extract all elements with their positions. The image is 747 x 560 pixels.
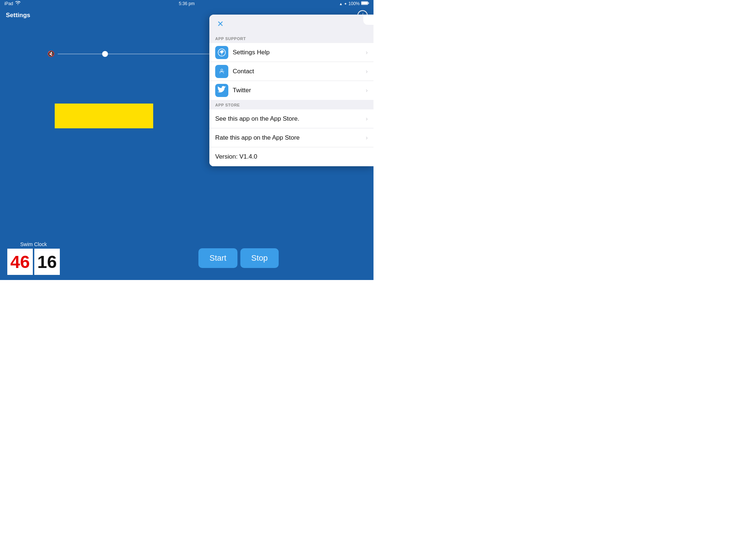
- volume-mute-icon: 🔇: [47, 50, 55, 57]
- status-right: ▲ ✦ 100%: [339, 1, 369, 6]
- volume-slider[interactable]: [58, 54, 228, 54]
- settings-help-item[interactable]: Settings Help ›: [209, 43, 374, 62]
- contact-label: Contact: [233, 68, 361, 75]
- twitter-item[interactable]: Twitter ›: [209, 81, 374, 100]
- swim-clock-label: Swim Clock: [20, 241, 47, 247]
- version-row: Version: V1.4.0: [209, 147, 374, 166]
- popup-corner-tab: [363, 15, 374, 25]
- volume-slider-thumb[interactable]: [102, 51, 108, 57]
- see-app-store-chevron: ›: [366, 116, 368, 122]
- bottom-area: Swim Clock 46 16 Start Stop: [0, 236, 374, 280]
- stop-button[interactable]: Stop: [240, 248, 279, 268]
- page-title: Settings: [6, 12, 30, 19]
- location-icon: ▲: [339, 2, 342, 6]
- status-bar: iPad 5:36 pm ▲ ✦ 100%: [0, 0, 374, 7]
- control-buttons: Start Stop: [198, 248, 279, 268]
- popup-close-row: ✕: [209, 15, 374, 34]
- battery-label: 100%: [348, 1, 360, 6]
- svg-point-4: [221, 54, 222, 55]
- status-left: iPad: [4, 1, 20, 6]
- score-block-right: [131, 104, 153, 128]
- rate-app-store-chevron: ›: [366, 135, 368, 141]
- device-label: iPad: [4, 1, 13, 6]
- twitter-chevron: ›: [366, 87, 368, 94]
- close-button[interactable]: ✕: [215, 19, 225, 29]
- clock-digit-seconds: 16: [34, 249, 60, 275]
- app-store-header: APP STORE: [209, 100, 374, 109]
- version-text: Version: V1.4.0: [215, 153, 257, 160]
- swim-clock-digits: 46 16: [7, 249, 60, 275]
- svg-point-5: [222, 50, 224, 51]
- svg-rect-2: [361, 2, 368, 4]
- status-time: 5:36 pm: [179, 1, 194, 6]
- see-app-store-item[interactable]: See this app on the App Store. ›: [209, 109, 374, 128]
- settings-help-chevron: ›: [366, 49, 368, 56]
- contact-chevron: ›: [366, 68, 368, 75]
- bluetooth-icon: ✦: [344, 2, 347, 6]
- start-button[interactable]: Start: [198, 248, 237, 268]
- contact-icon: [215, 65, 228, 78]
- app-support-header: APP SUPPORT: [209, 34, 374, 43]
- contact-item[interactable]: Contact ›: [209, 62, 374, 81]
- see-app-store-label: See this app on the App Store.: [215, 115, 366, 122]
- rate-app-store-label: Rate this app on the App Store: [215, 134, 366, 141]
- wifi-icon: [15, 1, 20, 6]
- clock-digit-minutes: 46: [7, 249, 33, 275]
- settings-help-label: Settings Help: [233, 49, 361, 56]
- rate-app-store-item[interactable]: Rate this app on the App Store ›: [209, 128, 374, 147]
- app-store-list: See this app on the App Store. › Rate th…: [209, 109, 374, 166]
- info-popup: ✕ APP SUPPORT Settings Help ›: [209, 15, 374, 166]
- app-support-list: Settings Help › Contact ›: [209, 43, 374, 100]
- twitter-icon: [215, 84, 228, 97]
- swim-clock: Swim Clock 46 16: [7, 241, 60, 275]
- volume-area: 🔇: [47, 50, 228, 57]
- settings-help-icon: [215, 46, 228, 59]
- battery-icon: [361, 1, 369, 6]
- svg-rect-1: [368, 3, 369, 4]
- twitter-label: Twitter: [233, 87, 361, 94]
